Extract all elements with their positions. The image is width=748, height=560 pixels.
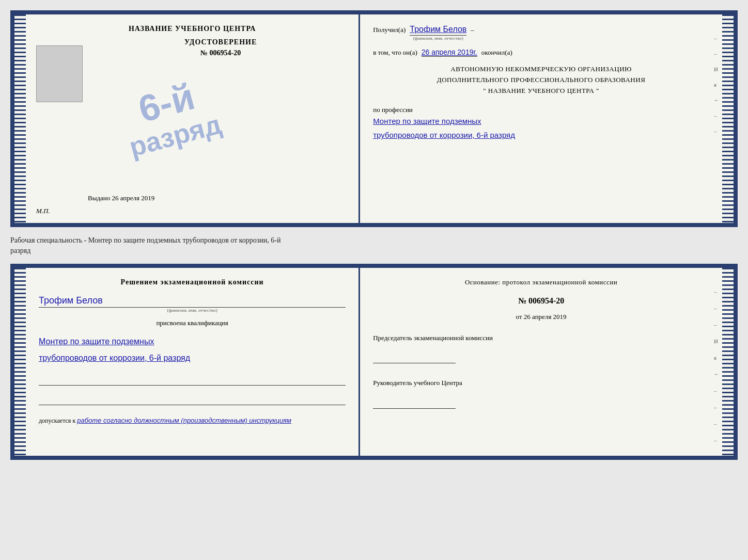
decision-title: Решением экзаменационной комиссии: [39, 278, 346, 286]
side-char-2: –: [714, 51, 720, 57]
poluchil-line: Получил(а) Трофим Белов (фамилия, имя, о…: [373, 25, 709, 41]
deco-b-1: –: [714, 289, 720, 295]
label-line1: Рабочая специальность - Монтер по защите…: [10, 235, 738, 246]
certificate-bottom: Решением экзаменационной комиссии Трофим…: [10, 264, 738, 460]
okoncnil-label: окончил(а): [481, 49, 512, 57]
rukovoditel-title: Руководитель учебного Центра: [373, 378, 709, 388]
dopuskaetsya-text: работе согласно должностным (производств…: [77, 417, 291, 424]
udost-title: УДОСТОВЕРЕНИЕ: [184, 38, 257, 46]
ot-date: 26 апреля 2019: [524, 313, 567, 321]
dash1: –: [471, 26, 474, 34]
ot-label: от: [516, 313, 522, 321]
right-border-decoration-top: [722, 14, 734, 223]
blank-line-1: [39, 375, 346, 386]
left-border-decoration-bottom: [14, 268, 26, 456]
stamp-text-line2: разряд: [126, 108, 225, 163]
qual-line1: Монтер по защите подземных: [39, 333, 346, 350]
vydano-date: 26 апреля 2019: [112, 194, 155, 202]
org-name-block: АВТОНОМНУЮ НЕКОММЕРЧЕСКУЮ ОРГАНИЗАЦИЮ ДО…: [373, 64, 709, 96]
profession-block: по профессии Монтер по защите подземных …: [373, 106, 709, 142]
right-border-decoration-bottom: [722, 268, 734, 456]
side-char-5: ←: [714, 97, 720, 103]
predsedatel-title: Председатель экзаменационной комиссии: [373, 333, 709, 343]
vtom-date: 26 апреля 2019г.: [422, 48, 477, 57]
photo-placeholder: [36, 45, 83, 102]
cert-right: Получил(а) Трофим Белов (фамилия, имя, о…: [360, 14, 722, 223]
cert-center-content: УДОСТОВЕРЕНИЕ № 006954-20: [39, 38, 346, 68]
label-line2: разряд: [10, 246, 738, 256]
cert-left: НАЗВАНИЕ УЧЕБНОГО ЦЕНТРА 6-й разряд УДОС…: [26, 14, 360, 223]
dopuskaetsya-label: допускается к: [39, 417, 75, 424]
vydano-line: Выдано 26 апреля 2019: [88, 194, 154, 202]
prisvoena-text: присвоена квалификация: [39, 319, 346, 327]
po-professii: по профессии: [373, 106, 709, 114]
side-lines-top: – – И я ← – –: [714, 35, 720, 134]
deco-b-2: –: [714, 305, 720, 311]
certificate-top: НАЗВАНИЕ УЧЕБНОГО ЦЕНТРА 6-й разряд УДОС…: [10, 10, 738, 227]
blank-line-2: [39, 395, 346, 405]
profession-line1: Монтер по защите подземных: [373, 114, 709, 128]
deco-b-10: –: [714, 437, 720, 443]
side-char-1: –: [714, 35, 720, 41]
org-line1: АВТОНОМНУЮ НЕКОММЕРЧЕСКУЮ ОРГАНИЗАЦИЮ: [373, 64, 709, 75]
protocol-number: № 006954-20: [373, 296, 709, 306]
poluchil-name: Трофим Белов: [410, 25, 466, 36]
deco-b-5: я: [714, 355, 720, 361]
cert-top-title: НАЗВАНИЕ УЧЕБНОГО ЦЕНТРА: [129, 25, 256, 33]
osnovanie-title: Основание: протокол экзаменационной коми…: [373, 278, 709, 286]
deco-b-8: –: [714, 404, 720, 410]
cert-bottom-right: Основание: протокол экзаменационной коми…: [360, 268, 722, 456]
ot-date-block: от 26 апреля 2019: [373, 313, 709, 321]
side-deco-bottom: – – – И я ← – – – –: [714, 289, 720, 443]
blank-lines: [39, 375, 346, 405]
side-char-7: –: [714, 128, 720, 134]
vtom-label: в том, что он(а): [373, 49, 417, 57]
side-char-4: я: [714, 82, 720, 88]
predsedatel-block: Председатель экзаменационной комиссии: [373, 333, 709, 363]
person-name-hw: Трофим Белов: [39, 295, 346, 308]
predsedatel-signature-line: [373, 353, 456, 363]
udost-number: № 006954-20: [200, 49, 241, 57]
deco-b-6: ←: [714, 371, 720, 377]
deco-b-3: –: [714, 322, 720, 328]
deco-b-7: –: [714, 388, 720, 394]
label-between: Рабочая специальность - Монтер по защите…: [10, 233, 738, 258]
side-char-6: –: [714, 113, 720, 119]
rukovoditel-signature-line: [373, 398, 456, 409]
fio-hint-top: (фамилия, имя, отчество): [413, 36, 463, 41]
qual-line2: трубопроводов от коррозии, 6-й разряд: [39, 350, 346, 366]
poluchil-label: Получил(а): [373, 26, 406, 34]
fio-hint-bottom: (фамилия, имя, отчество): [39, 308, 346, 313]
cert-bottom-left: Решением экзаменационной комиссии Трофим…: [26, 268, 360, 456]
person-name-block: Трофим Белов (фамилия, имя, отчество): [39, 295, 346, 313]
deco-b-4: И: [714, 338, 720, 344]
stamp-text-line1: 6-й: [135, 77, 198, 128]
profession-line2: трубопроводов от коррозии, 6-й разряд: [373, 128, 709, 142]
dopuskaetsya-block: допускается к работе согласно должностны…: [39, 417, 346, 425]
side-char-3: И: [714, 66, 720, 72]
org-line2: ДОПОЛНИТЕЛЬНОГО ПРОФЕССИОНАЛЬНОГО ОБРАЗО…: [373, 75, 709, 86]
page-wrapper: НАЗВАНИЕ УЧЕБНОГО ЦЕНТРА 6-й разряд УДОС…: [10, 10, 738, 460]
rukovoditel-block: Руководитель учебного Центра: [373, 378, 709, 408]
qualification-block: Монтер по защите подземных трубопроводов…: [39, 333, 346, 366]
org-line3: " НАЗВАНИЕ УЧЕБНОГО ЦЕНТРА ": [373, 86, 709, 97]
deco-b-9: –: [714, 421, 720, 427]
vtom-line: в том, что он(а) 26 апреля 2019г. окончи…: [373, 48, 709, 57]
vydano-label: Выдано: [88, 194, 110, 202]
mp-line: М.П.: [36, 207, 50, 215]
left-border-decoration: [14, 14, 26, 223]
